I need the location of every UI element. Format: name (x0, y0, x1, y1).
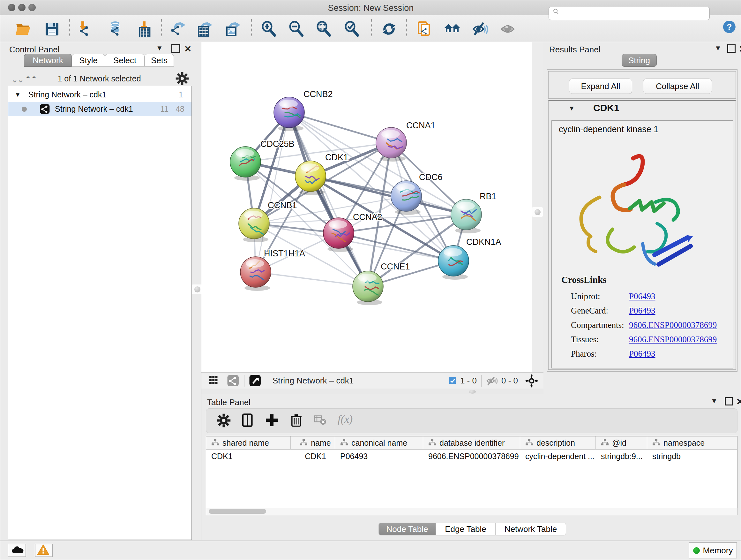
column-header-database-identifier[interactable]: database identifier (423, 436, 520, 449)
close-panel-icon[interactable]: ✕ (736, 396, 741, 407)
refresh-layout-button[interactable] (381, 21, 397, 37)
tab-network[interactable]: Network (24, 54, 72, 67)
maximize-panel-icon[interactable] (727, 44, 736, 53)
search-input[interactable] (563, 9, 701, 18)
control-panel: Control Panel ▼ ✕ NetworkStyleSelectSets… (0, 42, 201, 540)
maximize-panel-icon[interactable] (172, 44, 180, 53)
table-cell[interactable]: P06493 (335, 449, 423, 463)
column-header-canonical-name[interactable]: canonical name (335, 436, 423, 449)
crosslink-link[interactable]: 9606.ENSP00000378699 (629, 334, 717, 345)
float-panel-icon[interactable]: ▼ (156, 44, 165, 52)
show-columns-button[interactable] (241, 413, 255, 428)
first-neighbors-button[interactable] (444, 21, 461, 37)
expand-all-button[interactable]: Expand All (569, 78, 632, 94)
table-cell[interactable]: stringdb (647, 449, 737, 463)
crosslink-link[interactable]: P06493 (629, 292, 656, 301)
tab-select[interactable]: Select (105, 54, 145, 67)
table-settings-gear-button[interactable] (216, 413, 231, 428)
hidden-eye-icon[interactable] (486, 375, 498, 387)
crosslink-link[interactable]: 9606.ENSP00000378699 (629, 320, 717, 330)
node-label-CCNB1: CCNB1 (268, 200, 297, 210)
import-network-file-button[interactable] (77, 21, 93, 37)
crosslink-label: GeneCard: (571, 306, 629, 316)
left-splitter-handle[interactable] (192, 285, 203, 294)
table-horizontal-scrollbar[interactable] (206, 508, 738, 515)
hidden-counts: 0 - 0 (501, 376, 518, 386)
birdseye-grid-icon[interactable] (208, 374, 221, 388)
import-network-database-icon (107, 21, 124, 37)
export-network-button[interactable] (170, 21, 186, 37)
zoom-out-button[interactable] (288, 21, 305, 37)
collection-expander-icon[interactable]: ▼ (15, 91, 21, 98)
show-all-button[interactable] (499, 21, 516, 37)
delete-column-button[interactable] (289, 413, 304, 428)
table-cell[interactable]: 9606.ENSP00000378699 (423, 449, 520, 463)
first-neighbors-icon (444, 21, 461, 37)
warnings-button[interactable] (35, 544, 53, 557)
selected-checkbox-icon[interactable] (449, 377, 457, 385)
column-type-icon (428, 439, 436, 447)
zoom-selected-button[interactable] (344, 21, 360, 37)
network-canvas[interactable]: CCNB2CCNA1CDC25BCDK1CDC6RB1CCNB1CCNA2CDK… (201, 42, 532, 372)
column-header-shared-name[interactable]: shared name (206, 436, 291, 449)
crosslink-link[interactable]: P06493 (629, 306, 656, 316)
fit-selected-crosshair-icon[interactable] (525, 374, 538, 388)
expand-all-icon[interactable]: ⌃⌃ (24, 75, 37, 84)
gene-details: cyclin-dependent kinase 1 CrossLinks Uni… (551, 120, 733, 368)
tab-style[interactable]: Style (72, 54, 105, 67)
entry-expander-icon[interactable]: ▼ (568, 105, 575, 112)
float-panel-icon[interactable]: ▼ (715, 44, 722, 52)
network-row[interactable]: String Network – cdk1 11 48 (8, 102, 192, 116)
table-cell[interactable]: stringdb:9... (596, 449, 647, 463)
network-from-document-button[interactable] (416, 21, 433, 37)
table-cell[interactable]: cyclin-dependent ... (520, 449, 596, 463)
table-row[interactable]: CDK1CDK1P064939606.ENSP00000378699cyclin… (206, 449, 737, 463)
create-column-button[interactable] (265, 413, 279, 427)
tab-string[interactable]: String (622, 54, 657, 67)
crosslink-link[interactable]: P06493 (629, 349, 656, 359)
table-tab-node-table[interactable]: Node Table (379, 523, 436, 536)
open-session-button[interactable] (14, 21, 31, 37)
column-header-namespace[interactable]: namespace (647, 436, 737, 449)
column-header-@id[interactable]: @id (596, 436, 647, 449)
table-tab-edge-table[interactable]: Edge Table (436, 523, 495, 536)
column-header-description[interactable]: description (520, 436, 596, 449)
export-table-button[interactable] (196, 21, 213, 37)
network-options-gear-icon[interactable] (175, 71, 189, 85)
right-splitter-handle[interactable] (532, 207, 543, 217)
splitter-handle[interactable] (469, 390, 476, 394)
import-table-button[interactable] (136, 21, 153, 37)
network-selection-summary: 1 of 1 Network selected (42, 74, 157, 83)
collapse-all-button[interactable]: Collapse All (643, 78, 712, 94)
zoom-in-button[interactable] (261, 21, 277, 37)
save-session-button[interactable] (44, 21, 60, 37)
help-button[interactable]: ? (723, 20, 738, 35)
close-panel-icon[interactable]: ✕ (184, 44, 192, 54)
maximize-panel-icon[interactable] (725, 397, 733, 406)
edge-CCNB2-CCNE1[interactable] (289, 112, 368, 287)
import-network-database-button[interactable] (107, 21, 124, 37)
export-image-button[interactable] (224, 21, 241, 37)
memory-button[interactable]: Memory (689, 543, 737, 558)
network-collection-row[interactable]: ▼ String Network – cdk1 1 (8, 87, 192, 102)
zoom-fit-button[interactable] (316, 21, 332, 37)
toolbar-search[interactable] (549, 7, 710, 20)
float-panel-icon[interactable]: ▼ (711, 397, 718, 405)
node-table[interactable]: shared namenamecanonical namedatabase id… (206, 436, 738, 509)
edge-CCNB2-CCNA1[interactable] (289, 112, 391, 143)
tab-sets[interactable]: Sets (145, 54, 174, 67)
string-badge-icon[interactable] (227, 374, 240, 387)
edge-HIST1H1A-CCNE1[interactable] (256, 272, 368, 287)
hide-selected-button[interactable] (471, 21, 488, 37)
table-tab-network-table[interactable]: Network Table (495, 523, 566, 536)
scrollbar-thumb[interactable] (209, 509, 266, 514)
close-panel-icon[interactable]: ✕ (739, 44, 741, 54)
clear-table-button[interactable] (313, 413, 327, 427)
collapse-all-icon[interactable]: ⌄⌄ (11, 75, 23, 84)
function-builder-button[interactable]: f(x) (338, 413, 353, 425)
open-in-window-icon[interactable] (249, 374, 262, 387)
table-cell[interactable]: CDK1 (291, 449, 335, 463)
cloud-button[interactable] (8, 544, 26, 557)
table-cell[interactable]: CDK1 (206, 449, 291, 463)
column-header-name[interactable]: name (291, 436, 335, 449)
